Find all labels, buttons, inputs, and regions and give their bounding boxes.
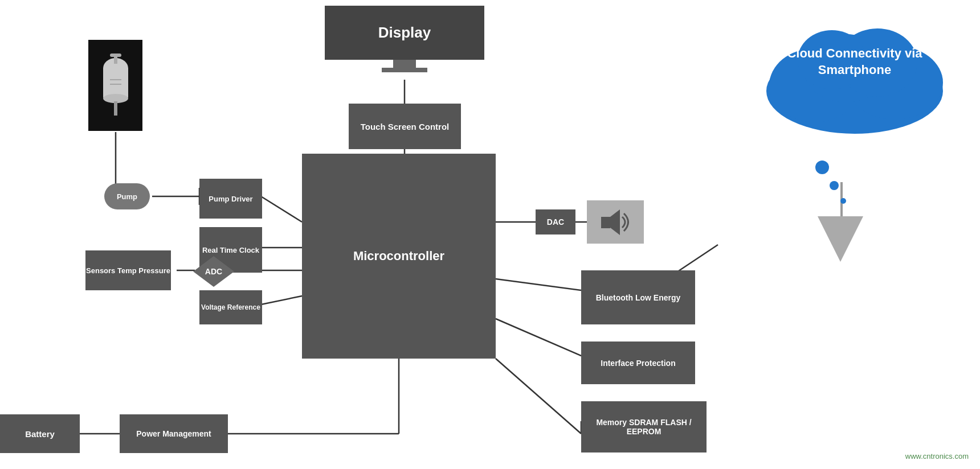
diagram-container: Display Touch Screen Control Pump (0, 0, 980, 469)
sensors-block: Sensors Temp Pressure (85, 250, 171, 290)
svg-rect-30 (601, 217, 610, 228)
microcontroller-block: Microcontroller (302, 154, 496, 359)
iv-bag-icon (99, 51, 133, 120)
speaker-svg (598, 207, 632, 238)
svg-rect-23 (103, 67, 128, 98)
dac-block: DAC (536, 209, 575, 234)
speaker-icon (587, 200, 644, 244)
cloud-text: Cloud Connectivity via Smartphone (775, 46, 934, 78)
memory-block: Memory SDRAM FLASH / EEPROM (581, 401, 707, 452)
touch-screen-block: Touch Screen Control (349, 104, 461, 149)
svg-line-2 (261, 196, 302, 222)
display-block: Display (325, 6, 484, 72)
display-screen: Display (325, 6, 484, 60)
svg-line-12 (496, 319, 581, 356)
svg-rect-27 (110, 54, 121, 57)
watermark: www.cntronics.com (905, 452, 969, 460)
power-management-block: Power Management (120, 414, 228, 453)
voltage-reference-block: Voltage Reference (199, 290, 262, 324)
svg-line-5 (261, 296, 302, 305)
pump-circle: Pump (104, 183, 150, 209)
interface-protection-block: Interface Protection (581, 342, 695, 384)
ble-dot-large (815, 161, 829, 174)
monitor-base (382, 68, 427, 72)
adc-label: ADC (188, 258, 239, 285)
ble-dot-small (840, 198, 846, 204)
pump-driver-block: Pump Driver (199, 179, 262, 219)
svg-line-16 (496, 359, 581, 434)
svg-marker-31 (610, 209, 620, 235)
monitor-stand (393, 60, 416, 68)
svg-rect-26 (114, 56, 117, 64)
svg-rect-25 (114, 101, 117, 116)
bluetooth-low-energy-block: Bluetooth Low Energy (581, 270, 695, 324)
antenna-icon (818, 216, 863, 262)
ble-dot-medium (830, 181, 839, 190)
cloud-block: Cloud Connectivity via Smartphone (758, 17, 952, 137)
battery-block: Battery (0, 414, 80, 453)
iv-bag-block (88, 40, 142, 131)
svg-line-11 (496, 279, 581, 290)
